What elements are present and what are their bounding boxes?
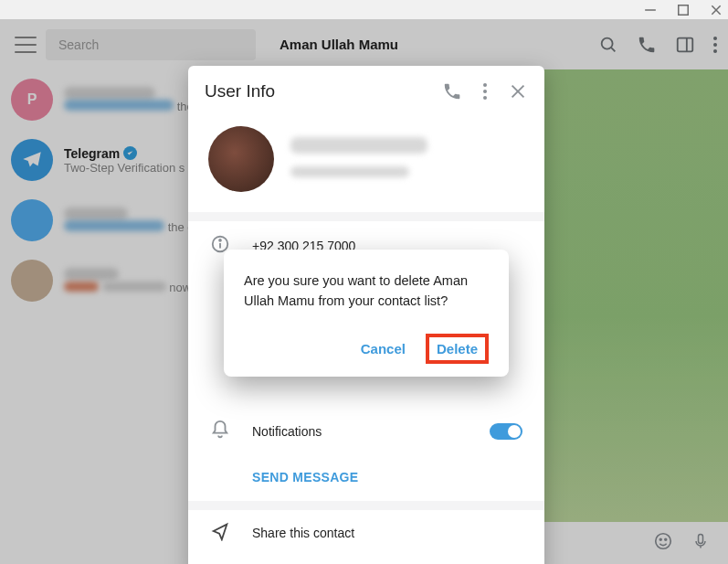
notifications-label: Notifications <box>252 424 322 439</box>
dialog-text: Are you sure you want to delete Aman Ull… <box>244 271 489 312</box>
notifications-row[interactable]: Notifications <box>188 407 544 455</box>
cancel-button[interactable]: Cancel <box>350 334 417 364</box>
delete-button[interactable]: Delete <box>426 334 489 364</box>
panel-more-icon[interactable] <box>475 81 495 101</box>
close-window-button[interactable] <box>710 4 723 16</box>
edit-contact-row[interactable]: Edit contact <box>188 555 544 564</box>
svg-rect-1 <box>679 5 689 15</box>
minimize-button[interactable] <box>644 4 657 16</box>
send-message-button[interactable]: SEND MESSAGE <box>188 455 544 501</box>
notifications-toggle[interactable] <box>490 423 522 440</box>
profile-avatar[interactable] <box>208 126 274 192</box>
bell-icon <box>210 420 230 442</box>
confirm-delete-dialog: Are you sure you want to delete Aman Ull… <box>224 250 509 377</box>
svg-point-16 <box>219 239 221 241</box>
call-icon[interactable] <box>442 81 462 101</box>
panel-title: User Info <box>205 81 429 101</box>
maximize-button[interactable] <box>677 4 690 16</box>
share-contact-label: Share this contact <box>252 526 354 540</box>
profile-name <box>290 137 427 181</box>
close-panel-icon[interactable] <box>508 81 528 101</box>
titlebar <box>0 0 728 19</box>
share-contact-row[interactable]: Share this contact <box>188 510 544 555</box>
share-icon <box>210 521 230 544</box>
